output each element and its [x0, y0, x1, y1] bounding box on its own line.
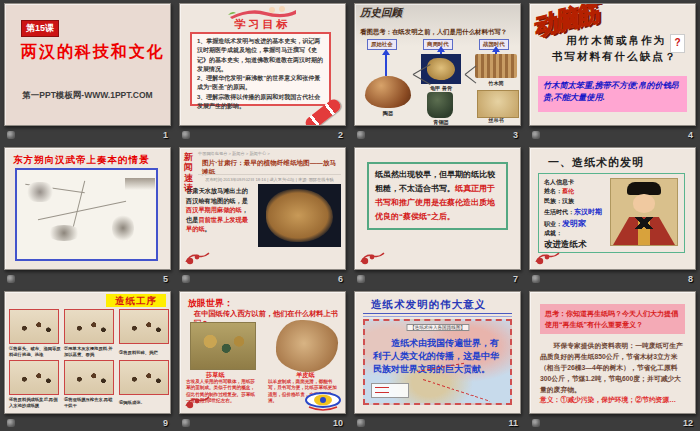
route-arrow [423, 379, 490, 402]
significance-text: 造纸术由我国传遍世界，有利于人类文化的传播，这是中华民族对世界文明的巨大贡献。 [373, 337, 502, 376]
process-step-image-2 [64, 309, 114, 344]
eye-logo-icon [303, 391, 343, 411]
think-box: 思考：你知道再生纸吗？今天人们大力提倡使用“再生纸”有什么重要意义？ [540, 304, 685, 334]
bronze-vessel-image [427, 92, 453, 118]
page-number: 1 [163, 130, 168, 140]
page-number: 3 [513, 130, 518, 140]
decorative-stamp-icon [184, 249, 210, 267]
card-title: 名人信息卡 [544, 178, 574, 187]
process-caption-1: ①将麻头、破布、渔网等原料进行挑选、洗涤 [9, 346, 61, 358]
card-row-name: 姓名：蔡伦 [544, 187, 574, 196]
page-number: 9 [163, 418, 168, 428]
question-line-1: 用竹木简或帛作为 [566, 34, 666, 48]
watermark-icon [182, 131, 190, 139]
grid-cell-4: 动脑筋 用竹木简或帛作为 书写材料有什么缺点？ ? 竹木简太笨重,携带不方便;帛… [525, 0, 700, 144]
line-drawing-image [15, 168, 158, 261]
answer-highlight: 竹木简太笨重,携带不方便;帛的价钱昂贵,不能大量使用. [538, 76, 687, 112]
slide-5-thumbnail[interactable]: 东方朔向汉武帝上奏本的情景 [4, 147, 171, 270]
question-line-2: 书写材料有什么缺点？ [552, 50, 677, 64]
breadcrumb: 中国网络电视台 > 新闻台 > 新闻中心 > [198, 151, 270, 156]
news-paragraph: 甘肃天水放马滩出土的西汉绘有地图的纸，是西汉早期用麻做的纸，也是目前世界上发现最… [186, 186, 252, 234]
news-meta: 发布时间:2013年09月02日 18:16 | 进入复兴论坛 | 来源: 国际… [198, 174, 341, 182]
slide-6-thumbnail[interactable]: 新闻速读 中国网络电视台 > 新闻台 > 新闻中心 > 图片·甘肃行：最早的植物… [179, 147, 346, 270]
grid-cell-2: 学习目标 1、掌握造纸术发明与改进的基本史实，识记两汉时期医学成就及地位，掌握司… [175, 0, 350, 144]
process-caption-4: ④将原料捣成纸浆后,再倒入水池抄成纸膜 [9, 397, 61, 409]
slide-9-thumbnail[interactable]: 造纸工序 ①将麻头、破布、渔网等原料进行挑选、洗涤 ②用草木灰水浸泡原料,并加以… [4, 291, 171, 414]
decorative-stamp-icon [184, 393, 210, 411]
slide-2-thumbnail[interactable]: 学习目标 1、掌握造纸术发明与改进的基本史实，识记两汉时期医学成就及地位，掌握司… [179, 3, 346, 126]
silk-book-image [477, 90, 519, 118]
page-number: 2 [338, 130, 343, 140]
slide-10-thumbnail[interactable]: 放眼世界： 在中国纸传入西方以前，他们在什么材料上书写？ 莎草纸 羊皮纸 古埃及… [179, 291, 346, 414]
section-title: 一、造纸术的发明 [548, 155, 644, 170]
slide-12-thumbnail[interactable]: 思考：你知道再生纸吗？今天人们大力提倡使用“再生纸”有什么重要意义？ 环保专家提… [529, 291, 696, 414]
oracle-bone-image [421, 54, 461, 84]
process-step-image-6 [119, 360, 169, 395]
oracle-label: 龟甲 兽骨 [417, 85, 465, 92]
watermark-icon [532, 275, 540, 283]
watermark-icon [532, 419, 540, 427]
watermark-icon [357, 275, 365, 283]
process-caption-2: ②用草木灰水浸泡原料,并加以蒸煮、舂捣 [64, 346, 116, 358]
process-caption-6: ⑥揭纸成张。 [119, 400, 171, 406]
page-number: 11 [508, 418, 518, 428]
watermark-icon [7, 275, 15, 283]
cailun-portrait-image [610, 178, 678, 246]
pottery-label: 陶器 [365, 110, 411, 117]
slide-1-thumbnail[interactable]: 第15课 两汉的科技和文化 第一PPT模板网-WWW.1PPT.COM [4, 3, 171, 126]
arrow-up-icon [385, 54, 387, 76]
objectives-text: 1、掌握造纸术发明与改进的基本史实，识记两汉时期医学成就及地位，掌握司马迁撰写《… [190, 32, 331, 106]
question-figure-icon: ? [670, 34, 685, 53]
process-step-image-3 [119, 309, 169, 344]
history-review-logo: 历史回顾 [360, 6, 402, 20]
card-row-ethnic: 民族：汉族 [544, 197, 574, 206]
bamboo-slips-image [475, 54, 517, 78]
slide-7-thumbnail[interactable]: 纸虽然出现较早，但早期的纸比较粗糙，不太适合书写。纸真正用于书写和推广使用是在蔡… [354, 147, 521, 270]
grid-cell-11: 造纸术发明的伟大意义 【造纸术传入各国路线图】 造纸术由我国传遍世界，有利于人类… [350, 288, 525, 431]
card-row-achievement-label: 成就： [544, 229, 562, 238]
grid-cell-9: 造纸工序 ①将麻头、破布、渔网等原料进行挑选、洗涤 ②用草木灰水浸泡原料,并加以… [0, 288, 175, 431]
watermark-icon [357, 131, 365, 139]
page-number: 6 [338, 274, 343, 284]
grid-cell-6: 新闻速读 中国网络电视台 > 新闻台 > 新闻中心 > 图片·甘肃行：最早的植物… [175, 144, 350, 288]
grid-cell-7: 纸虽然出现较早，但早期的纸比较粗糙，不太适合书写。纸真正用于书写和推广使用是在蔡… [350, 144, 525, 288]
watermark-icon [7, 131, 15, 139]
page-number: 7 [513, 274, 518, 284]
grid-cell-5: 东方朔向汉武帝上奏本的情景 5 [0, 144, 175, 288]
slide-8-thumbnail[interactable]: 一、造纸术的发明 名人信息卡 姓名：蔡伦 民族：汉族 生活时代：东汉时期 职业：… [529, 147, 696, 270]
significance-title: 造纸术发明的伟大意义 [371, 298, 486, 312]
process-step-image-5 [64, 360, 114, 395]
deck-title: 两汉的科技和文化 [21, 42, 165, 63]
slide-11-thumbnail[interactable]: 造纸术发明的伟大意义 【造纸术传入各国路线图】 造纸术由我国传遍世界，有利于人类… [354, 291, 521, 414]
paper-fragment-photo [258, 184, 341, 247]
watermark-icon [357, 419, 365, 427]
page-number: 5 [163, 274, 168, 284]
watermark-icon [7, 419, 15, 427]
slide-3-thumbnail[interactable]: 历史回顾 看图思考：在纸发明之前，人们是用什么材料书写？ 原始社会 商周时代 战… [354, 3, 521, 126]
key-point-text: 纸虽然出现较早，但早期的纸比较粗糙，不太适合书写。纸真正用于书写和推广使用是在蔡… [367, 162, 508, 230]
card-row-job: 职业：发明家 [544, 218, 586, 229]
process-caption-3: ③将原料切碎、捣烂 [119, 350, 171, 356]
title-rule [363, 313, 512, 317]
decorative-stamp-icon [534, 249, 560, 267]
watermark-icon [182, 419, 190, 427]
slide-grid: 第15课 两汉的科技和文化 第一PPT模板网-WWW.1PPT.COM 1 学习… [0, 0, 700, 431]
papyrus-image [190, 322, 256, 370]
slide-title: 学习目标 [180, 17, 345, 32]
grid-cell-12: 思考：你知道再生纸吗？今天人们大力提倡使用“再生纸”有什么重要意义？ 环保专家提… [525, 288, 700, 431]
watermark-icon [532, 131, 540, 139]
page-number: 10 [333, 418, 343, 428]
page-number: 12 [683, 418, 693, 428]
info-card-panel: 名人信息卡 姓名：蔡伦 民族：汉族 生活时代：东汉时期 职业：发明家 成就： 改… [538, 173, 685, 253]
pottery-image [365, 76, 411, 108]
decorative-stamp-icon [359, 249, 385, 267]
process-caption-5: ⑤将湿纸膜压榨去水,再晾干烘干 [64, 397, 116, 409]
slide-4-thumbnail[interactable]: 动脑筋 用竹木简或帛作为 书写材料有什么缺点？ ? 竹木简太笨重,携带不方便;帛… [529, 3, 696, 126]
grid-cell-3: 历史回顾 看图思考：在纸发明之前，人们是用什么材料书写？ 原始社会 商周时代 战… [350, 0, 525, 144]
process-banner: 造纸工序 [106, 294, 166, 307]
map-caption: 【造纸术传入各国路线图】 [406, 324, 469, 331]
lesson-badge: 第15课 [21, 20, 59, 37]
meaning-line: 意义：①减少污染，保护环境；②节约资源… [540, 395, 685, 405]
spread-map-image: 【造纸术传入各国路线图】 造纸术由我国传遍世界，有利于人类文化的传播，这是中华民… [363, 319, 512, 405]
bronze-label: 青铜器 [417, 119, 465, 126]
